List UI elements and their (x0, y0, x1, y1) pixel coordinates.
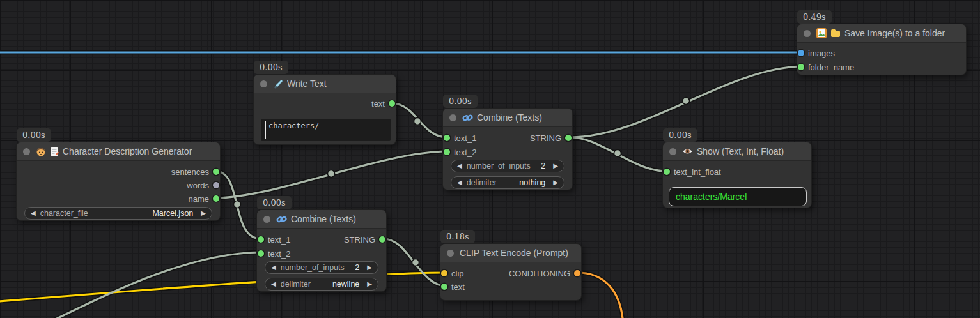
slot-label: words (187, 181, 209, 190)
memo-icon (50, 146, 59, 156)
link-midpoint-dot (234, 201, 241, 208)
input-dot[interactable] (258, 236, 264, 243)
widget-label: number_of_inputs (281, 263, 355, 272)
node-titlebar[interactable]: Character Description Generator (17, 142, 220, 161)
input-slot-folder-name[interactable]: folder_name (797, 61, 854, 73)
output-dot[interactable] (389, 100, 395, 107)
increment-arrow-icon[interactable]: ▶ (367, 264, 372, 271)
picture-icon (816, 28, 827, 38)
node-titlebar[interactable]: Combine (Texts) (257, 210, 386, 229)
input-slot-text-2[interactable]: text_2 (443, 146, 476, 158)
execution-time-badge: 0.00s (257, 196, 292, 209)
output-dot[interactable] (565, 135, 572, 141)
output-slot-sentences[interactable]: sentences (171, 165, 220, 178)
widget-delimiter[interactable]: ◀ delimiter nothing ▶ (451, 176, 564, 189)
collapse-dot[interactable] (447, 250, 454, 257)
decrement-arrow-icon[interactable]: ◀ (457, 163, 462, 169)
increment-arrow-icon[interactable]: ▶ (367, 281, 372, 287)
node-save-images-to-folder[interactable]: 0.49s Save Image(s) to a folder images f… (797, 24, 967, 75)
output-slot-string[interactable]: STRING (530, 132, 572, 144)
node-titlebar[interactable]: Write Text (254, 75, 396, 93)
input-slot-images[interactable]: images (797, 47, 835, 59)
output-slot-string[interactable]: STRING (344, 233, 386, 246)
output-slot-words[interactable]: words (187, 179, 220, 192)
input-dot[interactable] (444, 135, 450, 141)
node-titlebar[interactable]: Show (Text, Int, Float) (663, 142, 811, 161)
collapse-dot[interactable] (23, 148, 30, 155)
collapse-dot[interactable] (263, 216, 270, 223)
increment-arrow-icon[interactable]: ▶ (553, 179, 558, 186)
output-slot-text[interactable]: text (371, 97, 396, 110)
node-title: Save Image(s) to a folder (844, 28, 945, 38)
folder-icon (830, 29, 841, 38)
collapse-dot[interactable] (449, 114, 456, 121)
slot-label: clip (451, 269, 464, 278)
input-slot-text-1[interactable]: text_1 (257, 233, 290, 246)
widget-number-of-inputs[interactable]: ◀ number_of_inputs 2 ▶ (451, 160, 564, 172)
link-midpoint-dot (683, 98, 690, 105)
widget-delimiter[interactable]: ◀ delimiter newline ▶ (265, 278, 378, 291)
slot-label: name (188, 194, 209, 204)
write-text-input[interactable]: characters/ (261, 119, 391, 141)
decrement-arrow-icon[interactable]: ◀ (271, 264, 276, 271)
collapse-dot[interactable] (260, 80, 267, 87)
widget-value: 2 (541, 162, 545, 170)
increment-arrow-icon[interactable]: ▶ (553, 163, 558, 169)
node-title: Combine (Texts) (291, 214, 356, 224)
slot-label: folder_name (808, 63, 854, 72)
pen-icon (273, 79, 283, 89)
node-title: CLIP Text Encode (Prompt) (460, 248, 568, 258)
input-dot[interactable] (444, 149, 450, 155)
widget-value: nothing (519, 178, 545, 187)
collapse-dot[interactable] (669, 148, 676, 155)
node-titlebar[interactable]: Combine (Texts) (443, 109, 572, 127)
input-slot-text-1[interactable]: text_1 (443, 132, 476, 144)
input-slot-text-int-float[interactable]: text_int_float (663, 165, 721, 178)
node-combine-texts-2[interactable]: 0.00s Combine (Texts) text_1 STRING text… (256, 209, 387, 292)
node-titlebar[interactable]: CLIP Text Encode (Prompt) (440, 244, 581, 262)
node-combine-texts-1[interactable]: 0.00s Combine (Texts) text_1 STRING text… (442, 108, 573, 190)
widget-label: delimiter (281, 280, 332, 289)
input-slot-clip[interactable]: clip (440, 267, 464, 280)
node-clip-text-encode[interactable]: 0.18s CLIP Text Encode (Prompt) clip CON… (440, 243, 582, 301)
slot-label: text_1 (268, 235, 290, 245)
input-dot[interactable] (441, 284, 447, 290)
output-dot[interactable] (574, 270, 580, 276)
text-value: characters/ (268, 121, 319, 130)
input-dot[interactable] (441, 270, 447, 276)
decrement-arrow-icon[interactable]: ◀ (457, 179, 462, 186)
previous-arrow-icon[interactable]: ◀ (31, 210, 36, 216)
input-dot[interactable] (798, 64, 804, 70)
output-dot[interactable] (213, 169, 219, 175)
node-write-text[interactable]: 0.00s Write Text text characters/ (253, 74, 396, 145)
input-dot[interactable] (798, 50, 804, 56)
output-slot-name[interactable]: name (188, 192, 220, 205)
output-dot[interactable] (379, 236, 385, 243)
input-dot[interactable] (258, 250, 264, 257)
slot-label: text_1 (454, 133, 476, 143)
slot-label: CONDITIONING (509, 269, 570, 278)
slot-label: text (371, 99, 385, 109)
output-slot-conditioning[interactable]: CONDITIONING (509, 267, 581, 280)
slot-label: sentences (171, 167, 209, 177)
node-character-description-generator[interactable]: 0.00s Character Description Generator se… (16, 142, 221, 221)
collapse-dot[interactable] (804, 30, 811, 37)
node-show-text-int-float[interactable]: 0.00s Show (Text, Int, Float) text_int_f… (662, 142, 812, 208)
input-dot[interactable] (664, 169, 670, 175)
link-midpoint-dot (328, 170, 335, 178)
node-title: Character Description Generator (63, 146, 192, 156)
widget-number-of-inputs[interactable]: ◀ number_of_inputs 2 ▶ (265, 261, 378, 274)
decrement-arrow-icon[interactable]: ◀ (271, 281, 276, 287)
node-graph-canvas[interactable]: 0.49s Save Image(s) to a folder images f… (0, 0, 980, 318)
node-titlebar[interactable]: Save Image(s) to a folder (797, 24, 966, 43)
input-slot-text[interactable]: text (440, 280, 465, 293)
link-icon (462, 113, 473, 123)
displayed-value: characters/Marcel (676, 192, 747, 202)
widget-character-file[interactable]: ◀ character_file Marcel.json ▶ (24, 207, 212, 220)
output-dot[interactable] (213, 195, 219, 202)
output-dot[interactable] (213, 182, 219, 188)
eye-icon (682, 148, 693, 155)
next-arrow-icon[interactable]: ▶ (201, 210, 206, 216)
show-text-display[interactable]: characters/Marcel (669, 187, 807, 206)
input-slot-text-2[interactable]: text_2 (257, 247, 290, 260)
